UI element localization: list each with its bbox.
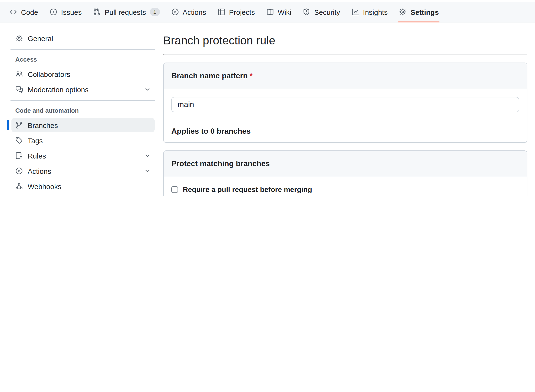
sidebar-item-label: Tags	[28, 136, 43, 144]
protect-matching-branches-header: Protect matching branches	[164, 151, 527, 177]
tab-label: Issues	[61, 8, 82, 16]
require-pull-request-checkbox[interactable]	[171, 186, 178, 193]
main-content: Branch protection rule Branch name patte…	[157, 22, 535, 196]
tab-issues[interactable]: Issues	[44, 2, 88, 22]
sidebar-item-tags[interactable]: Tags	[11, 133, 155, 148]
tab-settings[interactable]: Settings	[393, 2, 444, 22]
sidebar-item-moderation-options[interactable]: Moderation options	[11, 82, 155, 96]
code-icon	[10, 8, 17, 16]
sidebar-item-label: General	[28, 34, 53, 42]
gear-icon	[399, 8, 407, 16]
tab-insights[interactable]: Insights	[346, 2, 393, 22]
sidebar-item-label: Rules	[28, 152, 46, 160]
branch-name-pattern-row	[164, 89, 527, 120]
applies-to-branches: Applies to 0 branches	[164, 120, 527, 142]
webhook-icon	[15, 182, 23, 190]
tab-security[interactable]: Security	[297, 2, 346, 22]
people-icon	[15, 70, 23, 78]
branch-name-pattern-header: Branch name pattern*	[164, 63, 527, 89]
rules-icon	[15, 152, 23, 159]
tab-label: Pull requests	[105, 8, 146, 16]
pull-request-count-badge: 1	[150, 8, 160, 16]
github-settings-page: Code Issues Pull requests 1 Actions Pr	[0, 0, 535, 196]
sidebar-divider	[10, 49, 155, 50]
settings-sidebar: General Access Collaborators Moderation …	[0, 22, 157, 196]
play-icon	[171, 8, 179, 16]
branch-name-pattern-label: Branch name pattern	[171, 72, 248, 80]
sidebar-item-collaborators[interactable]: Collaborators	[11, 67, 155, 81]
shield-icon	[303, 8, 310, 16]
tab-pull-requests[interactable]: Pull requests 1	[87, 2, 165, 22]
tab-projects[interactable]: Projects	[212, 2, 261, 22]
rule-title: Require a pull request before merging	[183, 185, 312, 194]
tab-label: Wiki	[278, 8, 291, 16]
comment-discussion-icon	[15, 85, 23, 93]
git-pull-request-icon	[93, 8, 101, 16]
protect-matching-branches-card: Protect matching branches Require a pull…	[163, 150, 527, 196]
tab-label: Code	[21, 8, 38, 16]
sidebar-item-general[interactable]: General	[11, 31, 155, 45]
rule-require-pull-request: Require a pull request before merging Wh…	[164, 177, 527, 196]
sidebar-item-label: Collaborators	[28, 70, 70, 78]
title-divider	[163, 54, 527, 55]
chevron-down-icon	[144, 86, 151, 93]
gear-icon	[15, 34, 23, 42]
sidebar-section-access: Access	[11, 53, 155, 65]
sidebar-divider	[10, 100, 155, 101]
tab-code[interactable]: Code	[4, 2, 44, 22]
required-asterisk: *	[250, 72, 252, 80]
sidebar-item-actions[interactable]: Actions	[11, 164, 155, 178]
tab-actions[interactable]: Actions	[165, 2, 212, 22]
tab-wiki[interactable]: Wiki	[261, 2, 297, 22]
sidebar-item-webhooks[interactable]: Webhooks	[11, 179, 155, 193]
tab-label: Projects	[229, 8, 255, 16]
graph-icon	[351, 8, 359, 16]
chevron-down-icon	[144, 168, 151, 174]
sidebar-item-environments[interactable]: Environments	[11, 194, 155, 196]
sidebar-item-rules[interactable]: Rules	[11, 148, 155, 163]
tab-label: Settings	[410, 8, 439, 16]
play-icon	[15, 167, 23, 175]
issue-opened-icon	[50, 8, 57, 16]
tab-label: Security	[314, 8, 340, 16]
tab-label: Insights	[363, 8, 388, 16]
page-title: Branch protection rule	[163, 34, 527, 47]
branch-name-pattern-card: Branch name pattern* Applies to 0 branch…	[163, 63, 527, 143]
sidebar-item-label: Actions	[28, 167, 51, 175]
chevron-down-icon	[144, 152, 151, 159]
sidebar-item-label: Branches	[28, 121, 58, 129]
tab-label: Actions	[183, 8, 206, 16]
repo-tab-bar: Code Issues Pull requests 1 Actions Pr	[0, 2, 535, 22]
sidebar-item-label: Moderation options	[28, 85, 89, 93]
git-branch-icon	[15, 121, 23, 129]
sidebar-item-branches[interactable]: Branches	[11, 118, 155, 132]
sidebar-section-code-automation: Code and automation	[11, 105, 155, 116]
branch-name-pattern-input[interactable]	[171, 97, 519, 112]
tag-icon	[15, 137, 23, 144]
sidebar-item-label: Webhooks	[28, 182, 61, 190]
table-icon	[218, 8, 225, 16]
book-icon	[266, 8, 274, 16]
